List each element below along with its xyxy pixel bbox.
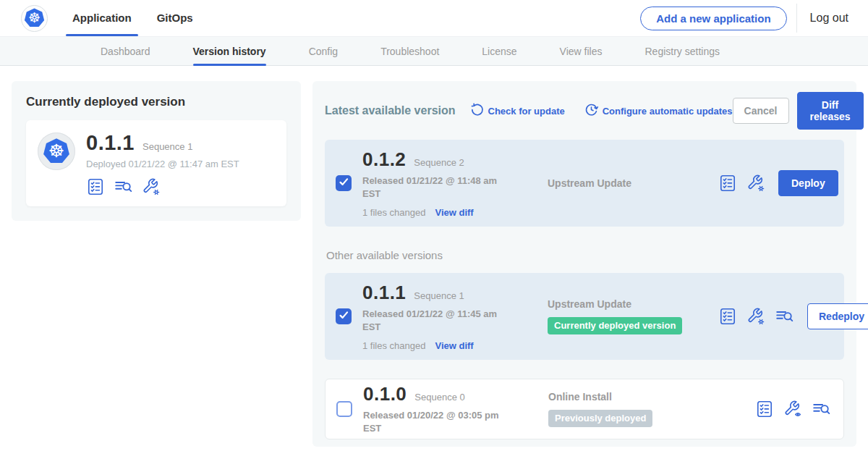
version-source: Upstream Update [548,298,718,310]
subnav-registry-settings[interactable]: Registry settings [644,37,719,66]
deployed-timestamp: Deployed 01/21/22 @ 11:47 am EST [86,159,239,169]
released-timestamp: Released 01/21/22 @ 11:48 am EST [362,174,501,201]
version-number: 0.1.0 [363,383,407,405]
edit-config-icon[interactable] [746,174,765,193]
redeploy-button[interactable]: Redeploy [807,303,868,329]
deployed-app-logo: ☸ [38,132,75,170]
edit-config-icon[interactable] [746,307,765,326]
version-checkbox[interactable] [336,401,352,417]
deployed-version-card: ☸ 0.1.1 Sequence 1 Deployed 01/21/22 @ 1… [26,120,286,206]
view-config-icon[interactable] [783,400,802,418]
subnav-troubleshoot[interactable]: Troubleshoot [380,37,439,66]
preflight-checklist-icon[interactable] [718,307,737,326]
version-number: 0.1.1 [362,282,406,304]
files-changed-label: 1 files changed [362,207,425,218]
version-checkbox[interactable] [336,175,352,191]
view-logs-icon[interactable] [812,400,831,418]
preflight-checklist-icon[interactable] [755,400,774,418]
subnav-license[interactable]: License [482,37,516,66]
edit-config-icon[interactable] [142,177,161,196]
previously-deployed-badge: Previously deployed [548,410,652,427]
version-history-panel: Latest available version Check for updat… [312,81,856,447]
view-diff-link[interactable]: View diff [435,207,473,218]
view-logs-icon[interactable] [114,177,133,196]
configure-automatic-updates-link[interactable]: Configure automatic updates [584,103,733,119]
preflight-checklist-icon[interactable] [718,174,737,193]
tab-application[interactable]: Application [72,0,132,36]
subnav-dashboard[interactable]: Dashboard [101,37,150,66]
currently-deployed-panel: Currently deployed version ☸ 0.1.1 Seque… [12,81,301,221]
version-row-0.1.2: 0.1.2 Sequence 2 Released 01/21/22 @ 11:… [325,140,844,227]
deployed-version-number: 0.1.1 [86,131,135,155]
version-row-0.1.0: 0.1.0 Sequence 0 Released 01/20/22 @ 03:… [325,379,844,439]
version-checkbox[interactable] [336,308,352,324]
version-sequence: Sequence 0 [414,392,464,403]
deploy-button[interactable]: Deploy [778,170,838,196]
top-navigation: ☸ Application GitOps Add a new applicati… [0,0,868,36]
latest-available-title: Latest available version [325,104,456,117]
view-diff-link[interactable]: View diff [435,340,473,351]
version-source: Upstream Update [548,177,718,189]
main-content: Currently deployed version ☸ 0.1.1 Seque… [0,66,868,459]
preflight-checklist-icon[interactable] [86,177,105,196]
subnav-config[interactable]: Config [309,37,338,66]
subnav-view-files[interactable]: View files [560,37,603,66]
app-logo: ☸ [21,5,48,32]
version-row-0.1.1: 0.1.1 Sequence 1 Released 01/21/22 @ 11:… [325,273,844,360]
tab-gitops[interactable]: GitOps [157,0,193,36]
app-sub-navigation: Dashboard Version history Config Trouble… [0,36,868,66]
deployed-panel-title: Currently deployed version [26,95,286,109]
refresh-icon [470,103,484,119]
files-changed-label: 1 files changed [362,340,425,351]
logout-button[interactable]: Log out [797,12,868,25]
add-new-application-button[interactable]: Add a new application [640,7,786,30]
other-versions-title: Other available versions [326,249,844,261]
currently-deployed-badge: Currently deployed version [548,317,682,334]
schedule-update-icon [584,103,598,119]
kubernetes-logo-icon: ☸ [24,8,45,28]
released-timestamp: Released 01/20/22 @ 03:05 pm EST [363,409,502,435]
deployed-sequence: Sequence 1 [142,141,192,152]
check-for-update-link[interactable]: Check for update [470,103,565,119]
diff-releases-button[interactable]: Diff releases [797,92,864,130]
cancel-button[interactable]: Cancel [733,98,789,124]
version-number: 0.1.2 [362,148,406,171]
version-sequence: Sequence 2 [414,157,464,168]
subnav-version-history[interactable]: Version history [193,37,266,66]
version-sequence: Sequence 1 [414,290,464,301]
released-timestamp: Released 01/21/22 @ 11:45 am EST [362,308,501,334]
view-logs-icon[interactable] [775,307,794,326]
version-source: Online Install [548,391,719,403]
kubernetes-logo-icon: ☸ [43,138,70,165]
